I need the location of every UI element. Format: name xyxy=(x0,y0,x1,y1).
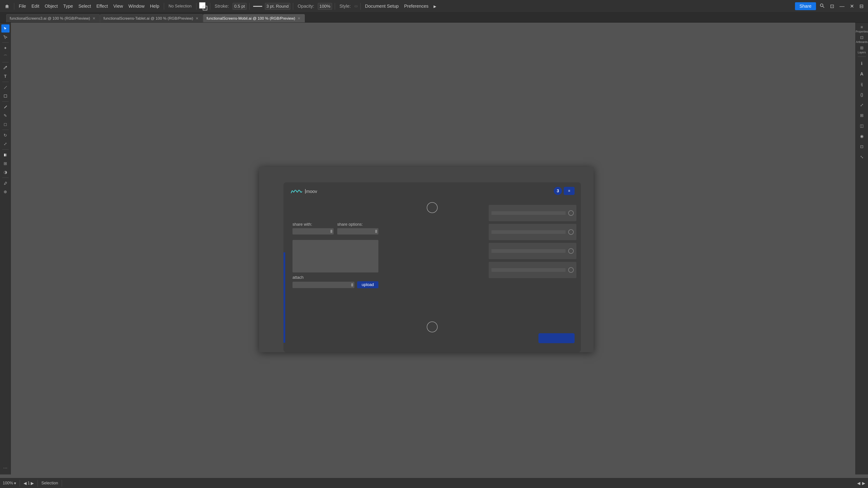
preferences-btn[interactable]: Preferences xyxy=(402,3,430,10)
sep3 xyxy=(196,3,196,10)
opacity-dropdown[interactable]: 100% xyxy=(318,3,332,10)
properties-icon: ≡ xyxy=(861,25,863,30)
list-item[interactable] xyxy=(489,224,577,240)
zoom-level[interactable]: 100% ▾ xyxy=(3,481,16,486)
artboards-label: Artboards xyxy=(856,40,868,43)
tool-gradient[interactable] xyxy=(1,151,9,159)
artboard-selector[interactable]: ◀ 1 ▶ xyxy=(24,481,34,486)
panel-layers[interactable]: ⊞ Layers xyxy=(857,45,866,54)
tool-pencil[interactable]: ✎ xyxy=(1,111,9,120)
menu-view[interactable]: View xyxy=(112,3,125,10)
document-setup-btn[interactable]: Document Setup xyxy=(363,3,401,10)
tab-1-close[interactable]: ✕ xyxy=(92,16,95,21)
share-button[interactable]: Share xyxy=(795,2,816,10)
tab-2-label: functionalScreens-Tablet.ai @ 100 % (RGB… xyxy=(103,16,193,21)
menu-window[interactable]: Window xyxy=(127,3,146,10)
panel-char[interactable]: ij xyxy=(857,80,866,89)
center-circle-bottom xyxy=(427,322,438,332)
stroke-weight-dropdown[interactable]: 3 pt. Round xyxy=(265,3,290,10)
tool-brush[interactable] xyxy=(1,103,9,111)
expand-icon[interactable]: ▸ xyxy=(432,4,438,9)
menu-select[interactable]: Select xyxy=(76,3,93,10)
menu-edit[interactable]: Edit xyxy=(30,3,41,10)
panel-artboards[interactable]: ⊡ Artboards xyxy=(857,35,866,44)
bottom-action-button[interactable] xyxy=(538,333,575,343)
tool-blend[interactable]: ◑ xyxy=(1,168,9,176)
line-style xyxy=(253,6,262,7)
list-radio-1[interactable] xyxy=(568,210,574,216)
tool-direct-selection[interactable] xyxy=(1,33,9,41)
message-textarea[interactable] xyxy=(292,240,378,272)
tab-3[interactable]: functionalScreens-Mobil.ai @ 100 % (RGB/… xyxy=(203,14,305,22)
nav-next[interactable]: ▶ xyxy=(862,481,865,486)
panel-appearance[interactable]: ◉ xyxy=(857,132,866,141)
list-item[interactable] xyxy=(489,262,577,278)
share-with-input[interactable] xyxy=(292,228,334,234)
list-radio-3[interactable] xyxy=(568,248,574,254)
resize-icon[interactable]: ⊡ xyxy=(828,2,836,10)
right-list xyxy=(489,205,577,281)
prev-artboard[interactable]: ◀ xyxy=(24,481,27,486)
align-icon: ⊞ xyxy=(860,113,864,118)
tool-text[interactable]: T xyxy=(1,72,9,80)
panel-info[interactable]: ℹ xyxy=(857,59,866,68)
panel-align[interactable]: ⊞ xyxy=(857,111,866,120)
tool-selection[interactable] xyxy=(1,24,9,33)
tool-scale[interactable]: ⤢ xyxy=(1,140,9,148)
tool-pen[interactable] xyxy=(1,64,9,72)
next-artboard[interactable]: ▶ xyxy=(31,481,34,486)
menu-effect[interactable]: Effect xyxy=(94,3,110,10)
tool-eyedropper[interactable] xyxy=(1,179,9,187)
menu-type[interactable]: Type xyxy=(61,3,75,10)
menu-file[interactable]: File xyxy=(17,3,28,10)
menu-object[interactable]: Object xyxy=(43,3,60,10)
panel-graphic-styles[interactable]: ⊡ xyxy=(857,142,866,151)
canvas-area[interactable]: moov 3 ≡ share with: xyxy=(11,23,842,478)
tool-rect[interactable] xyxy=(1,92,9,100)
tab-2-close[interactable]: ✕ xyxy=(195,16,198,21)
home-icon[interactable] xyxy=(3,3,11,10)
stroke-value-dropdown[interactable]: 0.5 pt xyxy=(232,3,247,10)
tool-zoom[interactable]: ⊕ xyxy=(1,188,9,196)
tab-2[interactable]: functionalScreens-Tablet.ai @ 100 % (RGB… xyxy=(100,14,203,22)
list-item[interactable] xyxy=(489,205,577,221)
panel-brackets[interactable]: {} xyxy=(857,90,866,99)
tool-line[interactable] xyxy=(1,84,9,92)
panel-typography[interactable]: A xyxy=(857,69,866,78)
share-options-input[interactable] xyxy=(337,228,378,234)
tool-mesh[interactable]: ⊞ xyxy=(1,160,9,168)
moov-header: moov xyxy=(290,188,317,195)
attach-row: upload xyxy=(292,281,378,288)
list-item[interactable] xyxy=(489,243,577,259)
tab-3-close[interactable]: ✕ xyxy=(298,16,301,21)
menu-help[interactable]: Help xyxy=(148,3,161,10)
tool-eraser[interactable]: ◻ xyxy=(1,120,9,128)
list-radio-4[interactable] xyxy=(568,267,574,273)
more-tools[interactable]: ··· xyxy=(0,465,11,471)
upload-button[interactable]: upload xyxy=(357,281,378,288)
style-dropdown[interactable] xyxy=(354,5,358,7)
typography-icon: A xyxy=(860,71,863,76)
notification-badge[interactable]: 3 xyxy=(554,187,562,195)
attach-input[interactable] xyxy=(292,282,354,288)
close-icon[interactable]: ✕ xyxy=(848,2,856,10)
nav-prev[interactable]: ◀ xyxy=(857,481,860,486)
sep2 xyxy=(164,3,164,10)
notification-menu-button[interactable]: ≡ xyxy=(564,187,575,195)
tool-magic-wand[interactable]: ✦ xyxy=(1,44,9,52)
text-cursor xyxy=(305,189,306,194)
panel-properties[interactable]: ≡ Properties xyxy=(857,24,866,33)
panel-expand-collapse[interactable]: ⤡ xyxy=(857,153,866,162)
panel-transform[interactable]: ⤢ xyxy=(857,101,866,109)
left-tools-panel: ✦ ⌒ T ✎ ◻ ↻ ⤢ ⊞ ◑ ⊕ ··· xyxy=(0,23,11,475)
panel-toggle-icon[interactable]: ⊟ xyxy=(858,2,865,10)
fill-color[interactable] xyxy=(199,2,207,10)
tool-rotate[interactable]: ↻ xyxy=(1,131,9,139)
panel-pathfinder[interactable]: ◫ xyxy=(857,121,866,130)
minimize-icon[interactable]: — xyxy=(838,2,846,10)
tool-sep-6 xyxy=(2,149,8,150)
search-icon[interactable] xyxy=(818,2,827,10)
tab-1[interactable]: functionalScreens3.ai @ 100 % (RGB/Previ… xyxy=(6,14,100,22)
tool-lasso[interactable]: ⌒ xyxy=(1,53,9,61)
list-radio-2[interactable] xyxy=(568,229,574,235)
